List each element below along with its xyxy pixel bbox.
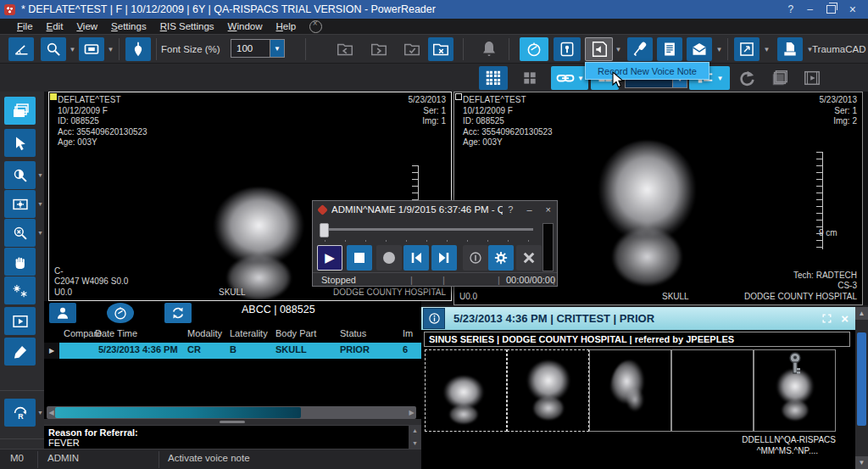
expand-icon[interactable] (821, 313, 832, 324)
close-button[interactable]: × (849, 3, 856, 16)
skip-forward-button[interactable] (431, 245, 457, 271)
series-stack-button[interactable] (4, 97, 36, 125)
column-body-part[interactable]: Body Part (275, 328, 316, 338)
voice-dialog-help-button[interactable]: ? (508, 204, 513, 215)
launch-dropdown[interactable]: ▼ (762, 37, 771, 61)
thumbnail-5[interactable] (754, 349, 836, 432)
close-study-button[interactable] (428, 37, 453, 61)
voice-dialog-close-button[interactable]: × (546, 204, 551, 215)
play-button[interactable]: ▶ (317, 245, 342, 271)
play-series-button[interactable] (4, 307, 36, 335)
timer-button[interactable] (520, 37, 548, 61)
scrollbar-thumb[interactable] (857, 332, 866, 426)
pointer-tool-button[interactable] (4, 129, 36, 157)
cine-button[interactable] (799, 66, 825, 90)
menu-edit[interactable]: Edit (40, 21, 70, 31)
voice-dialog-titlebar[interactable]: ADMIN^NAME 1/9/2015 6:37:46 PM - QA-... … (313, 201, 557, 218)
scroll-right-arrow[interactable]: ▶ (407, 406, 416, 419)
email-button[interactable] (687, 37, 712, 61)
refresh-button[interactable] (164, 303, 192, 323)
minimize-button[interactable]: – (807, 3, 813, 15)
thumbnail-4[interactable] (671, 349, 754, 432)
column-status[interactable]: Status (340, 328, 366, 338)
record-button[interactable] (376, 245, 402, 271)
rotate-dropdown[interactable]: ▼ (37, 399, 44, 427)
menu-settings[interactable]: Settings (104, 21, 153, 31)
patient-button[interactable] (49, 303, 76, 323)
zoom-out-button[interactable] (4, 219, 36, 247)
history-button[interactable] (107, 303, 134, 323)
window-level-button[interactable] (4, 190, 36, 218)
key-image-button[interactable] (554, 37, 581, 61)
stop-button[interactable] (347, 245, 372, 271)
playback-slider[interactable] (321, 228, 533, 231)
study-table-row[interactable]: 5/23/2013 4:36 PM CR B SKULL PRIOR 6 (59, 343, 421, 359)
info-button[interactable] (423, 308, 445, 329)
voice-dialog-minimize-button[interactable]: – (526, 204, 531, 215)
window-level-dropdown[interactable]: ▼ (37, 190, 44, 218)
skip-back-button[interactable] (403, 245, 429, 271)
angle-measure-button[interactable] (8, 37, 34, 61)
scroll-down-arrow[interactable]: ▼ (412, 440, 418, 446)
thumbnail-3[interactable] (589, 349, 671, 432)
study-horizontal-scrollbar[interactable]: ◀ ▶ (47, 406, 416, 419)
column-images[interactable]: Im (403, 328, 413, 338)
prior-vertical-scrollbar[interactable]: ▲ ▼ (855, 307, 868, 469)
font-size-dropdown[interactable]: ▼ (270, 40, 284, 57)
clone-series-button[interactable] (767, 66, 793, 90)
complete-study-button[interactable] (399, 37, 425, 61)
link-series-button[interactable]: ▼ (551, 66, 588, 90)
dictation-button[interactable] (627, 37, 653, 61)
previous-study-button[interactable] (332, 37, 358, 61)
delete-note-button[interactable] (516, 245, 542, 271)
thumbnail-2[interactable] (507, 349, 589, 432)
scroll-up-arrow[interactable]: ▲ (412, 427, 418, 433)
scroll-up-arrow[interactable]: ▲ (855, 307, 868, 320)
zoom-window-button[interactable] (4, 161, 36, 189)
marker-button[interactable] (125, 37, 151, 61)
prior-panel-header[interactable]: 5/23/2013 4:36 PM | CRITTEST | PRIOR × (421, 307, 855, 330)
menu-window[interactable]: Window (221, 21, 270, 31)
mdi-window-icon[interactable] (309, 20, 322, 33)
shutter-rectangle-button[interactable] (79, 37, 104, 61)
menu-file[interactable]: File (10, 21, 40, 31)
settings-button[interactable] (488, 245, 514, 271)
menu-view[interactable]: View (70, 21, 104, 31)
menu-ris-settings[interactable]: RIS Settings (153, 21, 221, 31)
notifications-button[interactable] (476, 37, 502, 61)
panel-splitter[interactable] (44, 419, 421, 425)
voice-note-button[interactable] (585, 37, 613, 61)
info-button[interactable] (463, 245, 488, 271)
column-laterality[interactable]: Laterality (230, 328, 268, 338)
voice-note-dropdown[interactable]: ▼ (614, 37, 623, 61)
help-button[interactable]: ? (787, 3, 793, 15)
zoom-out-dropdown[interactable]: ▼ (37, 219, 44, 247)
scroll-down-arrow[interactable]: ▼ (855, 456, 868, 469)
undo-button[interactable] (734, 66, 760, 90)
annotate-pen-button[interactable] (4, 338, 36, 366)
report-button[interactable] (657, 37, 682, 61)
layout-grid-button[interactable] (479, 66, 508, 90)
magnify-button[interactable] (41, 37, 66, 61)
thumbnail-1[interactable] (425, 349, 507, 432)
menu-help[interactable]: Help (270, 21, 303, 31)
column-date-time[interactable]: Date Time (95, 328, 137, 338)
prior-close-button[interactable]: × (841, 311, 849, 326)
font-size-combobox[interactable]: 100 ▼ (231, 39, 285, 58)
magnify-dropdown[interactable]: ▼ (68, 37, 77, 61)
column-modality[interactable]: Modality (187, 328, 222, 338)
series-grid-button[interactable] (517, 66, 542, 90)
link-dropdown[interactable]: ▼ (577, 75, 584, 82)
pan-tool-button[interactable] (4, 248, 36, 276)
playback-slider-thumb[interactable] (320, 223, 329, 237)
scrollbar-thumb[interactable] (55, 407, 301, 418)
launch-app-button[interactable] (734, 37, 760, 61)
reason-scrollbar[interactable]: ▲▼ (409, 425, 421, 449)
enhance-button[interactable] (4, 276, 36, 304)
export-button[interactable] (777, 37, 803, 61)
rotate-button[interactable]: R (4, 399, 36, 427)
next-study-button[interactable] (366, 37, 392, 61)
sort-dropdown[interactable]: ▼ (717, 75, 724, 82)
traumacad-label[interactable]: TraumaCAD (812, 35, 865, 64)
zoom-window-dropdown[interactable]: ▼ (37, 161, 44, 189)
